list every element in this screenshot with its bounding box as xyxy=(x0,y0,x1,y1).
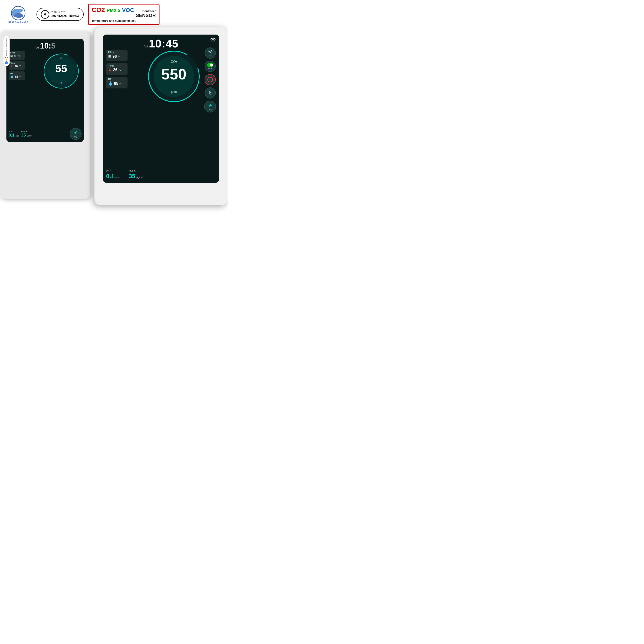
alexa-text-group: WORKS WITH amazon alexa xyxy=(52,11,79,18)
google-dot-blue xyxy=(5,61,8,64)
manual-button[interactable] xyxy=(205,87,216,99)
google-dots-row2 xyxy=(6,59,7,61)
hig-label: Hig xyxy=(209,109,212,111)
device-back: works with the Google Assistant AM xyxy=(0,31,90,199)
front-time-display: 10:45 xyxy=(149,37,178,50)
valve-toggle-knob xyxy=(210,64,213,67)
front-voc-value: 0.1 xyxy=(106,173,114,180)
front-co2-ppm-unit: ppm xyxy=(171,90,177,94)
back-pm25-unit: μg/m³ xyxy=(27,135,32,137)
google-badge-text: works with the Google Assistant xyxy=(6,38,7,56)
back-pm25-group: PM2.5 35 μg/m³ xyxy=(21,130,32,138)
back-temp-unit: ℃ xyxy=(19,65,21,67)
alexa-badge: WORKS WITH amazon alexa xyxy=(36,8,84,21)
back-co2-circle: C 55 p xyxy=(41,51,82,91)
logo-area: HESSWAY SMART xyxy=(4,6,32,23)
google-dots-row1 xyxy=(5,57,8,58)
front-hr-title: HR xyxy=(108,78,125,81)
wifi-icon xyxy=(210,38,216,42)
front-filter-value-row: ⊞ 96 % xyxy=(108,54,125,59)
back-filter-title: Filter xyxy=(10,52,23,54)
front-temp-card: Temp 🌡 26 ℃ xyxy=(106,63,128,75)
back-hr-title: HR xyxy=(10,72,23,74)
front-hr-card: HR 💧 65 % xyxy=(106,77,128,88)
back-temp-value-row: 🌡 26 ℃ xyxy=(10,65,23,68)
front-temp-unit: ℃ xyxy=(118,68,121,71)
back-hig-label: Hig xyxy=(74,135,77,138)
back-hig-btn-container: Hig xyxy=(70,128,82,140)
back-voc-group: VOC 0.1 ppm xyxy=(9,130,19,138)
power-button[interactable] xyxy=(205,74,216,85)
back-hr-unit: % xyxy=(20,76,21,78)
controller-label: Controller xyxy=(143,10,156,13)
sensor-label: SENSOR xyxy=(136,13,156,18)
front-filter-title: Filter xyxy=(108,51,125,53)
back-temp-card: Temp 🌡 26 ℃ xyxy=(9,61,25,70)
front-voc-label: VOC xyxy=(106,170,120,172)
front-hr-value: 65 xyxy=(114,81,118,86)
logo-text: HESSWAY SMART xyxy=(8,21,28,23)
front-time-row: AM 10:45 xyxy=(106,37,216,50)
back-pm25-value-row: 35 μg/m³ xyxy=(21,133,32,138)
pm25-header-label: PM2.5 xyxy=(107,8,120,13)
gear-icon xyxy=(208,49,213,54)
control-buttons: Set Valve xyxy=(204,47,216,112)
front-pm25-unit: μg/m³ xyxy=(137,176,143,179)
alexa-ring-icon xyxy=(41,10,49,19)
works-with-label: WORKS WITH xyxy=(52,11,79,13)
back-voc-label: VOC xyxy=(9,130,19,132)
front-filter-card: Filter ⊞ 96 % xyxy=(106,50,128,61)
hessway-logo-icon xyxy=(9,6,28,21)
front-am-label: AM xyxy=(144,45,148,48)
back-hr-card: HR 💧 65 % xyxy=(9,71,25,80)
front-filter-unit: % xyxy=(118,55,120,58)
back-filter-card: Filter ⊞ 96 % xyxy=(9,51,25,60)
google-dots xyxy=(5,57,8,64)
back-time-row: AM 10:5 xyxy=(9,41,81,51)
hig-button[interactable]: Hig xyxy=(204,101,216,112)
front-voc-group: VOC 0.1 ppm xyxy=(106,170,120,180)
valve-label: Valve xyxy=(208,67,213,69)
back-temp-title: Temp xyxy=(10,62,23,64)
valve-toggle-switch[interactable] xyxy=(207,63,213,67)
svg-point-4 xyxy=(213,42,213,42)
front-pm25-label: PM2.5 xyxy=(129,170,143,172)
set-button[interactable]: Set xyxy=(205,47,216,59)
back-voc-unit: ppm xyxy=(16,135,20,137)
device-front-screen: AM 10:45 Filter ⊞ 96 % Temp xyxy=(103,35,219,183)
front-hr-value-row: 💧 65 % xyxy=(108,81,125,86)
front-pm25-value: 35 xyxy=(129,173,135,180)
device-back-screen: AM 10:5 Filter ⊞ 96 % Temp xyxy=(6,39,84,142)
back-hr-value-row: 💧 65 % xyxy=(10,75,23,78)
front-temp-value-row: 🌡 26 ℃ xyxy=(108,68,125,72)
svg-point-8 xyxy=(209,51,211,52)
device-front-screen-content: AM 10:45 Filter ⊞ 96 % Temp xyxy=(103,35,219,183)
back-filter-value-row: ⊞ 96 % xyxy=(10,54,23,58)
front-bottom-readings: VOC 0.1 ppm PM2.5 35 μg/m³ xyxy=(106,170,216,180)
back-temp-value: 26 xyxy=(14,65,18,68)
wifi-icon-container xyxy=(210,38,216,43)
valve-button[interactable]: Valve xyxy=(205,61,216,72)
alexa-ring-inner xyxy=(44,13,46,15)
front-hr-unit: % xyxy=(119,82,122,85)
google-dot-green xyxy=(7,57,8,58)
back-voc-value: 0.1 xyxy=(9,133,15,138)
hand-icon xyxy=(208,91,213,95)
sensor-top-row: CO2 PM2.5 VOC Controller SENSOR xyxy=(92,6,156,18)
back-co2-value: 55 xyxy=(55,62,67,75)
front-co2-circle: CO₂ 550 ppm xyxy=(146,49,202,104)
front-filter-value: 96 xyxy=(112,54,117,59)
device-front: AM 10:45 Filter ⊞ 96 % Temp xyxy=(94,27,228,205)
temp-humid-label: Temperature and humidity detect xyxy=(92,19,135,22)
fan-icon xyxy=(207,103,213,108)
front-co2-value: 550 xyxy=(161,66,187,83)
back-pm25-label: PM2.5 xyxy=(21,130,32,132)
google-dots-row3 xyxy=(5,61,8,64)
back-hig-button[interactable]: Hig xyxy=(70,128,82,140)
front-voc-unit: ppm xyxy=(115,176,120,179)
sensor-info-box: CO2 PM2.5 VOC Controller SENSOR Temperat… xyxy=(88,4,159,25)
front-pm25-group: PM2.5 35 μg/m³ xyxy=(129,170,143,180)
google-assistant-badge: works with the Google Assistant xyxy=(3,36,10,66)
voc-header-label: VOC xyxy=(122,7,134,14)
header: HESSWAY SMART WORKS WITH amazon alexa CO… xyxy=(0,0,228,27)
